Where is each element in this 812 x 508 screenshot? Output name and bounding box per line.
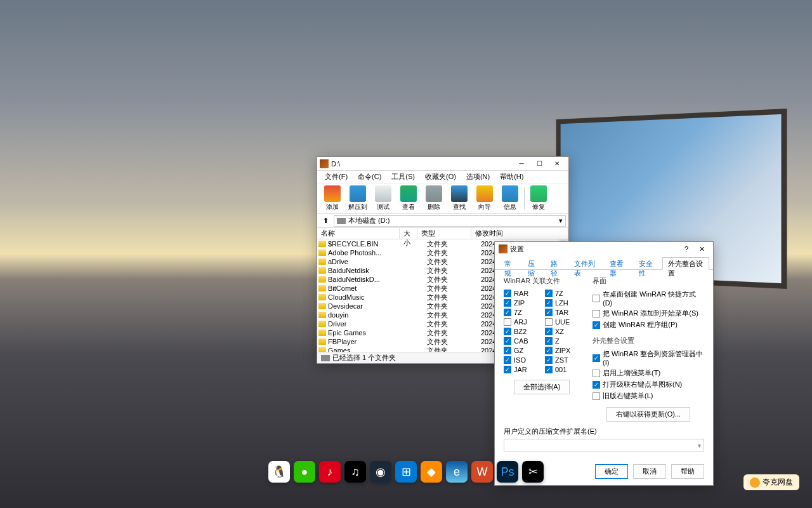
tool-label: 添加: [326, 203, 339, 211]
checkbox-GZ[interactable]: ✓GZ: [504, 347, 539, 354]
taskbar-app[interactable]: ⊞: [395, 461, 417, 483]
checkbox-ARJ[interactable]: ARJ: [504, 318, 539, 326]
tab-3[interactable]: 文件列表: [568, 257, 603, 269]
checkbox-创建 WinRAR 程序组(P)[interactable]: ✓创建 WinRAR 程序组(P): [593, 320, 704, 330]
tab-2[interactable]: 路径: [545, 257, 568, 269]
checkbox-TAR[interactable]: ✓TAR: [545, 309, 580, 316]
checkbox-box: [504, 318, 511, 326]
checkbox-启用上增强菜单(T)[interactable]: 启用上增强菜单(T): [593, 368, 704, 378]
tool-label: 查看: [402, 203, 415, 211]
tool-查看[interactable]: 查看: [396, 185, 421, 212]
taskbar-app[interactable]: ◉: [370, 461, 391, 483]
col-size[interactable]: 大小: [400, 228, 417, 239]
context-button[interactable]: 右键以获得更新(O)...: [606, 407, 690, 422]
minimize-button[interactable]: ─: [513, 157, 530, 170]
tab-1[interactable]: 压缩: [522, 257, 546, 269]
tab-4[interactable]: 查看器: [604, 257, 633, 269]
checkbox-旧版右键菜单(L)[interactable]: 旧版右键菜单(L): [593, 391, 704, 401]
help-button-footer[interactable]: 帮助: [671, 464, 704, 479]
close-button[interactable]: ✕: [548, 157, 566, 170]
checkbox-把 WinRAR 添加到开始菜单(S)[interactable]: 把 WinRAR 添加到开始菜单(S): [593, 309, 704, 318]
taskbar-app[interactable]: ♪: [319, 461, 341, 483]
checkbox-BZ2[interactable]: ✓BZ2: [504, 328, 539, 335]
taskbar-app[interactable]: ◆: [421, 461, 442, 483]
cancel-button[interactable]: 取消: [633, 464, 666, 479]
select-all-button[interactable]: 全部选择(A): [514, 380, 570, 394]
settings-icon: [499, 244, 508, 253]
checkbox-在桌面创建 WinRAR 快捷方式(D)[interactable]: 在桌面创建 WinRAR 快捷方式(D): [593, 290, 704, 307]
checkbox-XZ[interactable]: ✓XZ: [545, 328, 580, 335]
taskbar-app[interactable]: ♫: [344, 461, 366, 483]
col-date[interactable]: 修改时间: [471, 228, 568, 239]
taskbar-app[interactable]: Ps: [497, 461, 518, 483]
menu-item[interactable]: 帮助(H): [495, 171, 528, 183]
menu-item[interactable]: 文件(F): [320, 171, 353, 183]
menu-item[interactable]: 命令(C): [353, 171, 386, 183]
help-button[interactable]: ?: [679, 245, 694, 253]
checkbox-ISO[interactable]: ✓ISO: [504, 356, 539, 364]
tool-label: 查找: [453, 203, 466, 211]
checkbox-UUE[interactable]: UUE: [545, 318, 580, 326]
checkbox-box: ✓: [545, 366, 553, 373]
ok-button[interactable]: 确定: [595, 464, 628, 479]
file-type: 文件夹: [427, 266, 481, 276]
taskbar-app[interactable]: 🐧: [268, 461, 290, 483]
tool-向导[interactable]: 向导: [472, 185, 497, 212]
winrar-titlebar[interactable]: D:\ ─ ☐ ✕: [317, 157, 568, 171]
tool-icon: [324, 185, 341, 202]
col-type[interactable]: 类型: [417, 228, 471, 239]
checkbox-LZH[interactable]: ✓LZH: [545, 299, 580, 307]
tool-删除[interactable]: 删除: [421, 185, 447, 212]
settings-close-button[interactable]: ✕: [694, 245, 709, 253]
checkbox-ZIPX[interactable]: ✓ZIPX: [545, 347, 580, 354]
col-name[interactable]: 名称: [317, 228, 400, 239]
checkbox-ZST[interactable]: ✓ZST: [545, 356, 580, 364]
ext-field-input[interactable]: ▾: [504, 439, 704, 451]
checkbox-box: ✓: [545, 337, 553, 345]
desktop-cloud-label[interactable]: 夸克网盘: [743, 474, 799, 490]
tool-修复[interactable]: 修复: [526, 185, 551, 212]
maximize-button[interactable]: ☐: [530, 157, 548, 170]
group-interface-label: 界面: [593, 276, 704, 286]
checkbox-7Z[interactable]: ✓7Z: [504, 309, 539, 316]
tool-测试[interactable]: 测试: [370, 185, 396, 212]
checkbox-把 WinRAR 整合到资源管理器中(I)[interactable]: ✓把 WinRAR 整合到资源管理器中(I): [593, 349, 704, 366]
taskbar-app[interactable]: ✂: [522, 461, 544, 483]
tab-0[interactable]: 常规: [499, 257, 522, 269]
tab-6[interactable]: 外壳整合设置: [662, 257, 709, 270]
menu-item[interactable]: 收藏夹(O): [420, 171, 461, 183]
taskbar-app[interactable]: W: [471, 461, 493, 483]
tool-添加[interactable]: 添加: [320, 185, 345, 212]
file-name: Driver: [328, 320, 409, 328]
checkbox-Z[interactable]: ✓Z: [545, 337, 580, 345]
file-name: Games: [328, 347, 409, 352]
taskbar-app[interactable]: ●: [294, 461, 315, 483]
menu-item[interactable]: 工具(S): [386, 171, 420, 183]
checkbox-box: [593, 392, 600, 400]
file-type: 文件夹: [427, 239, 481, 249]
tool-信息[interactable]: 信息: [497, 185, 523, 212]
path-input[interactable]: 本地磁盘 (D:) ▾: [334, 215, 566, 227]
folder-icon: [318, 241, 326, 247]
up-button[interactable]: ⬆: [320, 215, 331, 227]
tool-查找[interactable]: 查找: [447, 185, 472, 212]
checkbox-CAB[interactable]: ✓CAB: [504, 337, 539, 345]
folder-icon: [318, 294, 326, 300]
checkbox-ZIP[interactable]: ✓ZIP: [504, 299, 539, 307]
checkbox-001[interactable]: ✓001: [545, 366, 580, 373]
tab-5[interactable]: 安全性: [633, 257, 662, 269]
file-type: 文件夹: [427, 319, 481, 329]
tool-icon: [502, 185, 518, 202]
menu-item[interactable]: 选项(N): [461, 171, 495, 183]
checkbox-7Z[interactable]: ✓7Z: [545, 290, 580, 297]
checkbox-RAR[interactable]: ✓RAR: [504, 290, 539, 297]
checkbox-JAR[interactable]: ✓JAR: [504, 366, 539, 373]
file-list-header[interactable]: 名称 大小 类型 修改时间: [317, 228, 568, 239]
tool-解压到[interactable]: 解压到: [345, 185, 370, 212]
checkbox-打开级联右键点单图标(N)[interactable]: ✓打开级联右键点单图标(N): [593, 380, 704, 389]
file-type: 文件夹: [427, 293, 481, 302]
settings-title: 设置: [510, 244, 679, 254]
checkbox-label: 旧版右键菜单(L): [603, 391, 653, 401]
taskbar-app[interactable]: e: [446, 461, 468, 483]
settings-titlebar[interactable]: 设置 ? ✕: [495, 242, 713, 256]
